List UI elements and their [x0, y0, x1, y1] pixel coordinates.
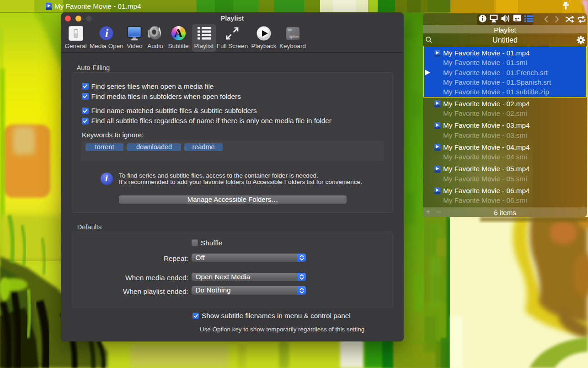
svg-text:option: option	[289, 34, 299, 38]
svg-text:alt: alt	[288, 28, 292, 32]
svg-text:i: i	[105, 27, 108, 39]
